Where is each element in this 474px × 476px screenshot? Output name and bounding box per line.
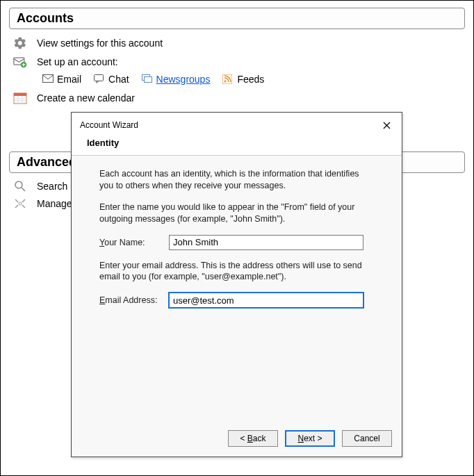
setup-feeds-label: Feeds: [237, 74, 264, 85]
svg-rect-3: [95, 75, 104, 81]
setup-account-label: Set up an account:: [37, 56, 118, 67]
accounts-section-header: Accounts: [9, 8, 465, 29]
svg-rect-9: [14, 93, 26, 96]
gear-icon: [12, 36, 28, 50]
email-address-label: Email Address:: [99, 295, 169, 305]
calendar-icon: [12, 92, 28, 104]
svg-point-14: [15, 181, 22, 188]
dialog-subtitle: Identity: [72, 136, 402, 156]
create-calendar-row[interactable]: Create a new calendar: [12, 92, 465, 104]
email-address-input[interactable]: [169, 293, 363, 308]
search-icon: [12, 180, 28, 192]
setup-email[interactable]: Email: [42, 74, 81, 85]
setup-newsgroups[interactable]: Newsgroups: [142, 74, 211, 85]
chat-icon: [94, 74, 105, 84]
rss-icon: [222, 74, 234, 84]
view-settings-row[interactable]: View settings for this account: [12, 36, 465, 50]
dialog-email-prompt: Enter your email address. This is the ad…: [99, 260, 363, 284]
setup-chat-label: Chat: [108, 74, 129, 85]
setup-account-row: Set up an account:: [12, 56, 465, 68]
setup-email-label: Email: [57, 74, 81, 85]
next-button[interactable]: Next >: [285, 430, 335, 447]
dialog-title: Account Wizard: [80, 120, 138, 130]
svg-line-15: [22, 188, 25, 191]
dialog-intro-text: Each account has an identity, which is t…: [99, 168, 363, 192]
envelope-icon: [42, 74, 54, 84]
newsgroup-icon: [142, 74, 153, 84]
setup-chat[interactable]: Chat: [94, 74, 129, 85]
setup-newsgroups-label: Newsgroups: [156, 74, 211, 85]
back-button[interactable]: < Back: [228, 430, 278, 447]
account-wizard-dialog: Account Wizard Identity Each account has…: [71, 112, 402, 457]
dialog-name-prompt: Enter the name you would like to appear …: [99, 202, 363, 225]
svg-rect-5: [144, 77, 152, 83]
add-account-icon: [12, 56, 28, 68]
view-settings-label: View settings for this account: [37, 38, 163, 49]
cancel-button[interactable]: Cancel: [342, 430, 392, 447]
create-calendar-label: Create a new calendar: [37, 92, 135, 104]
your-name-input[interactable]: [169, 235, 363, 250]
svg-point-16: [19, 202, 22, 205]
svg-point-7: [224, 81, 227, 83]
close-icon[interactable]: [378, 117, 395, 133]
setup-feeds[interactable]: Feeds: [222, 74, 264, 85]
filters-icon: [12, 198, 28, 209]
svg-rect-2: [43, 75, 54, 83]
your-name-label: Your Name:: [99, 238, 169, 247]
